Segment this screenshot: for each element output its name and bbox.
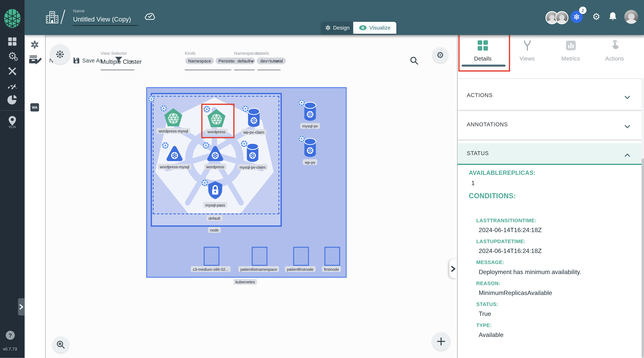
status-field-key: STATUS: — [476, 301, 636, 307]
meshery-logo[interactable] — [0, 8, 25, 29]
node-label: mysql-pass — [203, 202, 227, 208]
labels-select[interactable]: dev=tutorial — [258, 58, 286, 64]
namespaces-caret-icon[interactable] — [250, 61, 254, 63]
cluster-swirl-badge-icon — [148, 95, 155, 102]
status-field-key: AVAILABLEREPLICAS: — [469, 169, 636, 176]
status-field-key: LASTUPDATETIME: — [476, 239, 636, 245]
save-icon[interactable] — [72, 57, 80, 66]
canvas-settings-gear-button[interactable]: ⚙ — [432, 47, 448, 63]
accordion-divider — [457, 110, 641, 111]
view-selector-caret-icon[interactable] — [130, 61, 134, 63]
diagram-node-patientlistnamespace[interactable] — [252, 247, 268, 266]
collaborator-avatar[interactable] — [555, 11, 568, 24]
performance-speedometer-icon[interactable] — [0, 81, 25, 90]
diagram-node-mysql-pass-secret[interactable]: mysql-pass — [208, 181, 223, 201]
profile-avatar[interactable] — [624, 10, 638, 24]
status-field-key: MESSAGE: — [476, 260, 636, 265]
header-shadow — [45, 35, 457, 38]
search-icon[interactable] — [410, 56, 419, 67]
secondary-toolbar: WA — [25, 35, 46, 358]
status-field-value: 2024-06-14T16:24:18Z — [479, 226, 636, 233]
wasm-filters-icon[interactable]: WA — [30, 103, 39, 112]
tab-actions[interactable]: Actions — [596, 40, 633, 62]
node-label: firstnode — [322, 266, 341, 272]
kinds-select[interactable]: NamespacePersistentVolume+4 — [185, 58, 267, 64]
panel-collapse-handle[interactable] — [449, 259, 457, 278]
visualization-canvas[interactable]: N Save A — [45, 35, 457, 358]
tab-metrics[interactable]: Metrics — [552, 40, 589, 62]
diagram-node-wordpress-mysql-pod[interactable]: wordpress-mysql — [166, 145, 184, 164]
tabs-divider — [457, 78, 641, 79]
node-label-chip: node — [208, 227, 221, 233]
diagram-node-mysql-pv-claim[interactable]: mysql-pv-claim — [246, 143, 259, 164]
diagram-node-wp-pv[interactable]: wp-pv — [304, 138, 317, 159]
labels-caret-icon[interactable] — [275, 61, 279, 63]
annotation-highlight-wordpress — [201, 104, 234, 138]
namespaces-underline — [234, 69, 254, 70]
accordion-annotations[interactable]: ANNOTATIONS — [467, 121, 508, 127]
diagram-node-firstnode[interactable] — [324, 247, 340, 266]
status-field-key: REASON: — [476, 281, 636, 286]
views-icon — [522, 40, 532, 51]
swirl-badge-icon — [240, 140, 248, 147]
chevron-down-icon[interactable] — [624, 123, 630, 130]
scrollbar-thumb[interactable] — [641, 158, 644, 358]
diagram-node-wp-pv-claim[interactable]: wp-pv-claim — [247, 108, 260, 129]
status-field-value: True — [479, 310, 636, 317]
status-field-key: LASTTRANSITIONTIME: — [476, 218, 636, 223]
view-selector-select[interactable]: Multiple Cluster — [100, 58, 142, 65]
status-fields: AVAILABLEREPLICAS: 1 CONDITIONS: LASTTRA… — [469, 169, 636, 343]
help-button[interactable]: ? — [6, 331, 15, 340]
dashboard-icon[interactable] — [0, 37, 25, 46]
chevron-down-icon[interactable] — [624, 93, 630, 101]
mode-toggle: Design Visualize — [321, 22, 396, 34]
node-label: c3-medium-x86-02... — [191, 266, 231, 272]
accordion-status[interactable]: STATUS — [457, 143, 641, 165]
diagram-node-mysql-pv[interactable]: mysql-pv — [304, 102, 317, 123]
node-label: mysql-pv-claim — [238, 164, 268, 170]
tab-views[interactable]: Views — [509, 40, 546, 62]
context-count-badge: 2 — [579, 7, 586, 14]
header-settings-gear-icon[interactable]: ⚙ — [592, 11, 600, 23]
accordion-actions[interactable]: ACTIONS — [467, 92, 492, 98]
diagram-node-c3-medium[interactable] — [204, 247, 219, 266]
catalog-edit-icon[interactable] — [25, 55, 45, 65]
app-window: ⚙⚙ — [0, 0, 644, 358]
diagram-node-patientfirstnode[interactable] — [293, 247, 309, 266]
view-name-input[interactable]: Untitled View (Copy) — [73, 16, 131, 23]
name-field-label: Name — [73, 8, 85, 13]
swirl-designs-icon[interactable] — [25, 40, 45, 49]
new-mesh-button[interactable] — [50, 45, 70, 64]
panel-scrollbar[interactable] — [641, 78, 644, 358]
status-field: REASON: MinimumReplicasAvailable — [476, 281, 636, 296]
save-as-button[interactable]: Save As — [82, 58, 102, 64]
diagram-node-wordpress-pod[interactable]: wordpress — [206, 145, 224, 164]
notifications-bell-icon[interactable] — [608, 12, 618, 24]
tab-visualize[interactable]: Visualize — [353, 22, 396, 34]
status-field-value: Deployment has minimum availability. — [479, 268, 636, 275]
diagram-node-wordpress-mysql-app[interactable]: wordpress-mysql — [164, 108, 183, 128]
zoom-in-button[interactable] — [52, 336, 69, 353]
sidebar-expand-handle[interactable] — [18, 298, 25, 315]
labels-label: Labels — [256, 51, 269, 56]
lifecycle-gears-icon[interactable]: ⚙⚙ — [0, 51, 25, 61]
chevron-up-icon[interactable] — [624, 151, 630, 159]
environments-pin-icon[interactable] — [0, 116, 25, 128]
organization-icon[interactable] — [45, 10, 59, 26]
status-field: LASTTRANSITIONTIME: 2024-06-14T16:24:18Z — [476, 218, 636, 233]
tab-design[interactable]: Design — [321, 22, 353, 34]
configuration-tools-icon[interactable] — [0, 66, 25, 76]
extensions-pie-icon[interactable] — [0, 95, 25, 105]
add-node-button[interactable] — [432, 332, 450, 351]
namespaces-label: Namespaces — [234, 51, 259, 56]
status-field: CONDITIONS: — [469, 192, 636, 200]
swirl-badge-icon — [242, 105, 249, 112]
status-field-key: CONDITIONS: — [469, 192, 636, 200]
swirl-badge-icon — [298, 135, 305, 142]
status-field: MESSAGE: Deployment has minimum availabi… — [476, 260, 636, 275]
kind-chip[interactable]: Namespace — [185, 58, 214, 64]
namespace-label: default — [206, 215, 222, 221]
label-chip[interactable]: dev=tutorial — [258, 58, 286, 64]
node-label: patientfirstnode — [285, 266, 316, 272]
swirl-badge-icon — [162, 142, 169, 149]
